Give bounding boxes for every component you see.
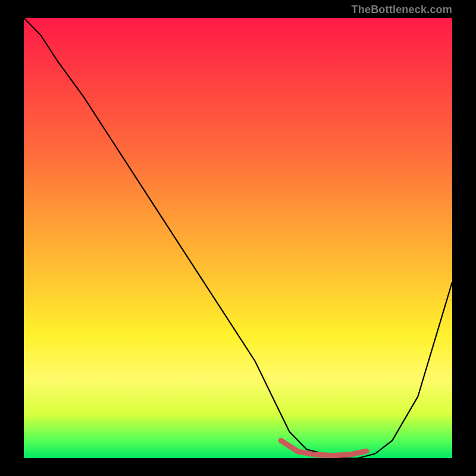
watermark-text: TheBottleneck.com	[352, 4, 452, 16]
main-curve	[24, 18, 452, 458]
chart-svg	[24, 18, 452, 458]
chart-frame: TheBottleneck.com	[0, 0, 476, 476]
highlight-segment	[281, 440, 367, 455]
plot-area	[24, 18, 452, 458]
